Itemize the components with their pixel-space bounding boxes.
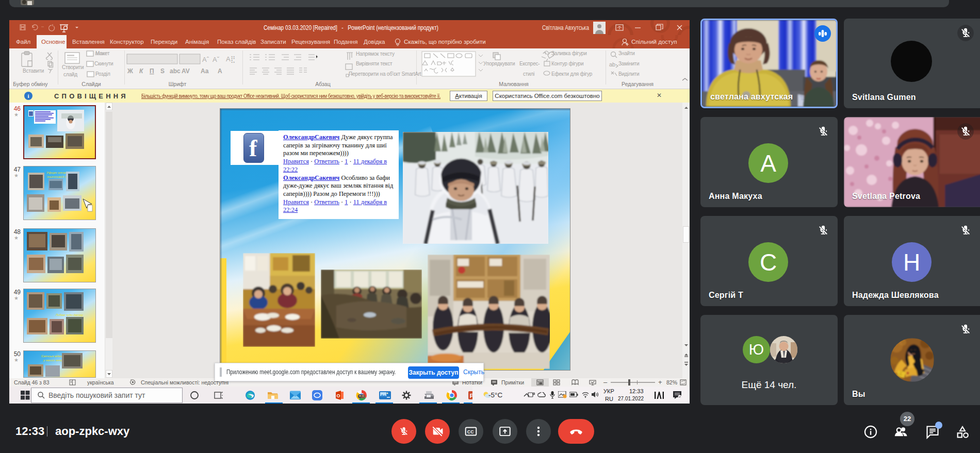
svg-text:A⣟: A⣟ xyxy=(226,55,235,63)
svg-text:A: A xyxy=(218,68,222,75)
svg-text:Aa: Aa xyxy=(201,68,209,75)
svg-text:Aˆ: Aˆ xyxy=(202,56,209,63)
svg-text:O: O xyxy=(337,393,340,398)
svg-text:abc: abc xyxy=(170,68,181,75)
svg-text:CC: CC xyxy=(467,429,475,434)
svg-text:К: К xyxy=(139,68,144,75)
svg-text:Семінар 03.03.2020 [Repaired]: Семінар 03.03.2020 [Repaired] - PowerPoi… xyxy=(264,24,438,31)
svg-text:i: i xyxy=(27,93,29,99)
svg-text:П: П xyxy=(150,68,154,75)
svg-text:ab: ab xyxy=(609,61,615,68)
svg-text:AV: AV xyxy=(182,68,190,75)
svg-text:Світлана Авхутська: Світлана Авхутська xyxy=(542,24,589,31)
svg-text:S: S xyxy=(160,68,165,75)
svg-text:Aˇ: Aˇ xyxy=(213,56,220,63)
svg-text:Либам чудо-датну: Либам чудо-датну xyxy=(55,313,84,316)
svg-text:Світські війни: Світські війни xyxy=(41,355,62,358)
svg-text:Ж: Ж xyxy=(127,68,133,75)
